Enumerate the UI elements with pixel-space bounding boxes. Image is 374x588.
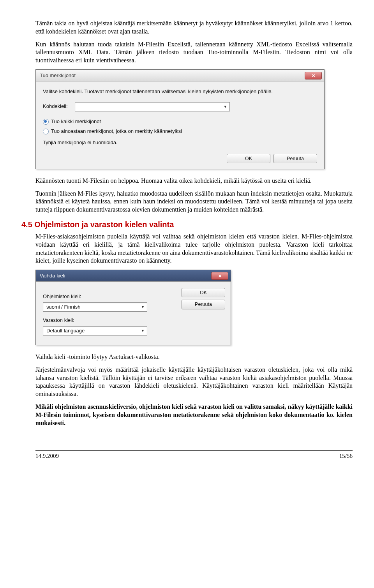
target-language-label: Kohdekieli: <box>43 103 68 110</box>
footer-date: 14.9.2009 <box>35 452 59 460</box>
chevron-down-icon: ▼ <box>141 327 145 335</box>
chevron-down-icon: ▼ <box>141 303 145 311</box>
cancel-button[interactable]: Peruuta <box>273 154 317 163</box>
radio-import-all-label: Tuo kaikki merkkijonot <box>51 118 101 125</box>
software-language-label: Ohjelmiston kieli: <box>43 293 175 300</box>
paragraph-2: Kun käännös halutaan tuoda takaisin M-Fi… <box>35 41 353 65</box>
radio-import-translated-label: Tuo ainoastaan merkkijonot, jotka on mer… <box>51 128 182 135</box>
paragraph-8: Mikäli ohjelmiston asennuskieliversio, o… <box>35 403 353 427</box>
dialog-note: Tyhjiä merkkijonoja ei huomioida. <box>43 139 317 146</box>
page-footer: 14.9.2009 15/56 <box>35 450 353 460</box>
section-heading-4-5: 4.5 Ohjelmiston ja varaston kielen valin… <box>21 219 353 230</box>
import-strings-dialog: Tuo merkkijonot ✕ Valitse kohdekieli. Tu… <box>35 69 325 169</box>
cancel-button[interactable]: Peruuta <box>182 300 225 309</box>
radio-import-all[interactable] <box>43 119 49 125</box>
vault-language-label: Varaston kieli: <box>43 317 175 324</box>
ok-button[interactable]: OK <box>227 154 270 163</box>
ok-button[interactable]: OK <box>182 288 225 297</box>
dialog-titlebar[interactable]: Vaihda kieli ✕ <box>36 270 231 282</box>
vault-language-value: Default language <box>46 328 85 334</box>
dialog-title: Tuo merkkijonot <box>40 72 76 79</box>
close-icon[interactable]: ✕ <box>211 272 228 280</box>
software-language-value: suomi / Finnish <box>46 304 80 310</box>
paragraph-4: Tuonnin jälkeen M-Files kysyy, haluatko … <box>35 190 353 214</box>
vault-language-select[interactable]: Default language ▼ <box>43 326 147 335</box>
close-icon[interactable]: ✕ <box>305 72 322 79</box>
dialog-titlebar[interactable]: Tuo merkkijonot ✕ <box>36 70 324 81</box>
dialog-title: Vaihda kieli <box>40 273 65 279</box>
software-language-select[interactable]: suomi / Finnish ▼ <box>43 302 147 312</box>
paragraph-3: Käännösten tuonti M-Filesiin on helppoa.… <box>35 177 353 185</box>
paragraph-1: Tämän takia on hyvä ohjeistaa kääntäjä m… <box>35 19 353 36</box>
paragraph-6: Vaihda kieli -toiminto löytyy Asetukset-… <box>35 353 353 361</box>
chevron-down-icon: ▼ <box>224 102 227 111</box>
change-language-dialog: Vaihda kieli ✕ Ohjelmiston kieli: suomi … <box>35 270 231 345</box>
target-language-select[interactable]: ▼ <box>75 102 230 111</box>
paragraph-5: M-Files-asiakasohjelmiston puolella käyt… <box>35 233 353 265</box>
footer-page: 15/56 <box>339 452 353 460</box>
dialog-instruction: Valitse kohdekieli. Tuotavat merkkijonot… <box>43 88 317 95</box>
paragraph-7: Järjestelmänvalvoja voi myös määrittää j… <box>35 366 353 398</box>
radio-import-translated[interactable] <box>43 129 49 134</box>
